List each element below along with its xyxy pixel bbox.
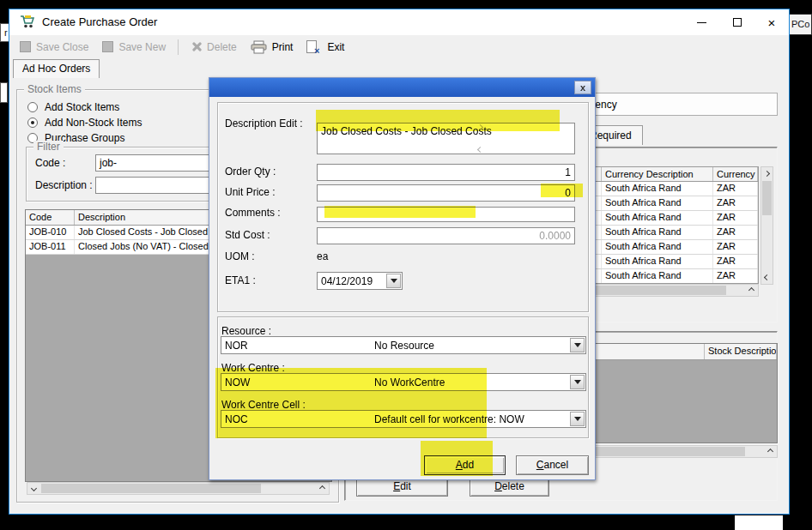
chevron-right-icon (319, 485, 325, 491)
description-edit-input[interactable]: Job Closed Costs - Job Closed Costs (317, 123, 575, 154)
tab-required-label: Required (590, 129, 632, 142)
dropdown-arrow-button[interactable] (570, 375, 585, 389)
currency-code-cell: ZAR (713, 269, 758, 283)
save-close-label: Save Close (36, 41, 88, 53)
chevron-left-icon (31, 485, 37, 491)
currency-code-cell: ZAR (713, 226, 758, 239)
radio-selected-icon (27, 117, 38, 128)
scroll-left-button[interactable] (27, 483, 40, 494)
chevron-down-icon (476, 147, 482, 153)
work-centre-cell-dropdown[interactable]: NOC Default cell for workcentre: NOW (221, 410, 586, 428)
std-cost-label: Std Cost : (225, 229, 270, 241)
resource-dropdown[interactable]: NOR No Resource (221, 336, 586, 354)
dialog-close-button[interactable]: x (574, 81, 591, 94)
add-button[interactable]: Add (424, 455, 506, 475)
tab-ad-hoc-orders[interactable]: Ad Hoc Orders (13, 59, 100, 78)
close-button[interactable]: × (756, 9, 787, 35)
dialog-title-bar: x (209, 78, 595, 97)
radio-add-stock-items[interactable]: Add Stock Items (27, 100, 119, 114)
radio-label: Add Non-Stock Items (45, 117, 142, 129)
scrollbar-thumb[interactable] (41, 484, 261, 493)
maximize-button[interactable] (722, 9, 753, 35)
uom-label: UOM : (225, 250, 255, 262)
currency-description-cell: South Africa Rand (602, 196, 713, 210)
maximize-icon (733, 18, 742, 27)
filter-title: Filter (33, 141, 64, 153)
dropdown-arrow-button[interactable] (386, 274, 401, 288)
save-new-button[interactable]: Save New (95, 37, 173, 57)
unit-price-label: Unit Price : (225, 186, 276, 198)
scroll-right-button[interactable] (745, 285, 758, 296)
dropdown-arrow-button[interactable] (570, 412, 585, 426)
currency-grid-vertical-scrollbar[interactable] (760, 166, 773, 285)
chevron-down-icon (574, 380, 581, 384)
chevron-right-icon (748, 287, 754, 293)
stock-description-column-header[interactable]: Stock Description (705, 344, 777, 359)
code-column-header[interactable]: Code (26, 210, 75, 225)
work-centre-cell-code: NOC (225, 413, 248, 425)
comments-input[interactable] (317, 207, 575, 222)
work-centre-code: NOW (225, 376, 250, 388)
shopping-cart-icon (20, 15, 35, 29)
chevron-down-icon (764, 274, 770, 280)
print-label: Print (272, 41, 294, 53)
scroll-down-button[interactable] (761, 271, 773, 284)
radio-label: Add Stock Items (45, 101, 119, 113)
minimize-button[interactable] (686, 9, 717, 35)
comments-label: Comments : (225, 207, 281, 219)
title-bar: Create Purchase Order × (9, 9, 789, 35)
currency-code-cell: ZAR (713, 196, 758, 210)
items-grid-horizontal-scrollbar[interactable] (27, 482, 330, 495)
currency-column-header[interactable]: Currency (713, 167, 758, 181)
scroll-right-button[interactable] (764, 446, 777, 457)
close-icon: × (768, 16, 776, 29)
eta1-dropdown[interactable]: 04/12/2019 (317, 272, 403, 290)
eta1-value: 04/12/2019 (321, 275, 373, 287)
currency-code-cell: ZAR (713, 255, 758, 268)
print-button[interactable]: Print (244, 37, 300, 57)
window-title: Create Purchase Order (42, 15, 157, 28)
chevron-down-icon (574, 343, 581, 347)
delete-button[interactable]: Delete (184, 37, 244, 57)
scroll-right-button[interactable] (316, 483, 329, 494)
exit-button[interactable]: × Exit (300, 37, 351, 57)
order-qty-label: Order Qty : (225, 166, 276, 178)
toolbar-separator (178, 39, 179, 55)
order-qty-input[interactable]: 1 (317, 164, 575, 181)
background-window-fragment (0, 82, 8, 103)
uom-value: ea (317, 250, 328, 262)
save-icon (20, 41, 31, 52)
currency-description-cell: South Africa Rand (602, 182, 713, 196)
scroll-up-button[interactable] (761, 167, 773, 180)
currency-description-column-header[interactable]: Currency Description (602, 167, 713, 181)
background-window-fragment (735, 515, 783, 530)
dropdown-arrow-button[interactable] (570, 338, 585, 352)
delete-label: Delete (207, 41, 237, 53)
work-centre-cell-label: Work Centre Cell : (221, 399, 306, 411)
item-code-cell: JOB-010 (26, 226, 75, 239)
save-new-label: Save New (118, 41, 166, 53)
currency-description-cell: South Africa Rand (602, 255, 713, 268)
textarea-scroll-arrows[interactable] (474, 125, 486, 152)
exit-label: Exit (327, 41, 344, 53)
radio-add-non-stock-items[interactable]: Add Non-Stock Items (27, 116, 142, 129)
currency-code-cell: ZAR (713, 211, 758, 225)
chevron-right-icon (767, 449, 773, 455)
save-close-button[interactable]: Save Close (13, 37, 95, 57)
description-filter-label: Description : (35, 179, 93, 191)
currency-code-cell: ZAR (713, 240, 758, 254)
currency-description-cell: South Africa Rand (602, 269, 713, 283)
exit-icon: × (306, 40, 317, 53)
tab-strip: Ad Hoc Orders (9, 58, 789, 78)
resource-label: Resource : (221, 325, 271, 337)
resource-code: NOR (225, 340, 248, 352)
cancel-button[interactable]: Cancel (516, 455, 589, 475)
work-centre-dropdown[interactable]: NOW No WorkCentre (221, 373, 586, 391)
scrollbar-thumb[interactable] (762, 181, 772, 215)
chevron-up-icon (764, 171, 770, 177)
unit-price-input[interactable]: 0 (317, 184, 575, 202)
chevron-down-icon (574, 417, 581, 421)
std-cost-input[interactable]: 0.0000 (317, 227, 575, 244)
work-centre-description: No WorkCentre (374, 376, 445, 388)
code-filter-label: Code : (35, 157, 65, 169)
